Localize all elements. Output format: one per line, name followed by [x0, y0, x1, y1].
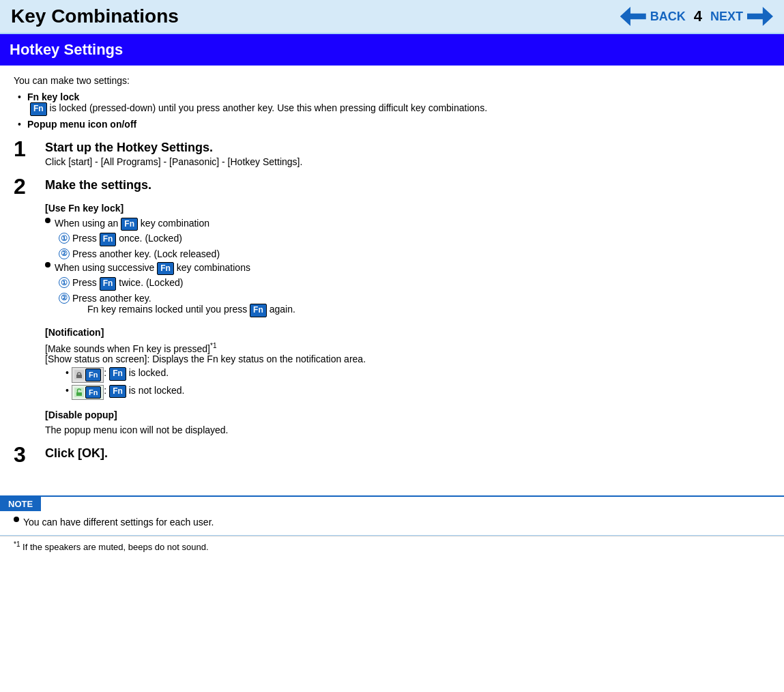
single-combination-text: When using an Fn key combination [55, 218, 209, 231]
step-2: 2 Make the settings. [14, 178, 770, 197]
fn-key-lock-desc: is locked (pressed-down) until you press… [47, 102, 487, 113]
intro-text: You can make two settings: [14, 75, 770, 86]
step-1-title: Start up the Hotkey Settings. [45, 141, 770, 155]
notification-label: [Notification] [45, 327, 770, 338]
circle-4: ② [59, 293, 70, 304]
step-1: 1 Start up the Hotkey Settings. Click [s… [14, 141, 770, 167]
next-arrow-icon[interactable] [747, 7, 773, 26]
navigation-controls: BACK 4 NEXT [620, 7, 773, 26]
disable-popup-label: [Disable popup] [45, 409, 770, 420]
fn-unlocked-icon: Fn [72, 385, 104, 400]
circle-2: ② [59, 248, 70, 259]
step-2-content: Make the settings. [45, 178, 770, 194]
footnote-text: If the speakers are muted, beeps do not … [23, 542, 208, 552]
svg-rect-4 [76, 392, 82, 396]
fn-key-lock-badge: Fn [30, 102, 47, 113]
step2-press-once-text: Press Fn once. (Locked) [72, 233, 182, 246]
bullet-popup-menu: Popup menu icon on/off [27, 119, 770, 130]
status-icons-list: • Fn : Fn is locked. • [66, 367, 770, 400]
step-2-subsection: [Use Fn key lock] When using an Fn key c… [45, 203, 770, 435]
main-content: You can make two settings: Fn key lock F… [0, 66, 784, 485]
back-label[interactable]: BACK [650, 10, 686, 24]
step-1-number: 1 [14, 138, 34, 160]
step2b-press-twice-text: Press Fn twice. (Locked) [72, 277, 183, 291]
bullet-dot-1 [45, 218, 50, 223]
note-text-line: You can have different settings for each… [14, 517, 770, 528]
step-3-number: 3 [14, 444, 34, 465]
step2-press-once: ① Press Fn once. (Locked) [59, 233, 770, 246]
bullet-fn-key-lock: Fn key lock Fn is locked (pressed-down) … [27, 91, 770, 116]
note-text: You can have different settings for each… [23, 517, 214, 528]
page-title: Key Combinations [11, 5, 179, 27]
step-1-desc: Click [start] - [All Programs] - [Panaso… [45, 156, 770, 167]
status-unlocked-text: : Fn is not locked. [104, 385, 184, 399]
step-2-number: 2 [14, 175, 34, 197]
note-section: NOTE You can have different settings for… [0, 495, 784, 536]
fn-key-lock-label: Fn key lock [27, 91, 79, 102]
successive-combination-line: When using successive Fn key combination… [45, 262, 770, 276]
popup-menu-label: Popup menu icon on/off [27, 119, 136, 130]
next-label[interactable]: NEXT [710, 10, 743, 24]
notification-section: [Notification] [Make sounds when Fn key … [45, 327, 770, 400]
note-bullet [14, 517, 19, 522]
footnote: *1 If the speakers are muted, beeps do n… [0, 536, 784, 556]
status-locked-text: : Fn is locked. [104, 367, 169, 381]
footnote-ref-1: *1 [210, 342, 216, 349]
bullet-dot-2 [45, 262, 50, 268]
step2b-press-another: ② Press another key. Fn key remains lock… [59, 293, 770, 317]
step-3-title: Click [OK]. [45, 446, 770, 461]
back-arrow-icon[interactable] [620, 7, 646, 26]
successive-combination-text: When using successive Fn key combination… [55, 262, 250, 276]
step-3-content: Click [OK]. [45, 446, 770, 462]
section-heading: Hotkey Settings [0, 34, 784, 66]
step2-press-another-text: Press another key. (Lock released) [72, 248, 220, 259]
note-label: NOTE [0, 497, 41, 511]
circle-3: ① [59, 277, 70, 288]
status-locked-line: • Fn : Fn is locked. [66, 367, 770, 382]
fn-locked-icon: Fn [72, 367, 104, 382]
step-3: 3 Click [OK]. [14, 446, 770, 465]
header: Key Combinations BACK 4 NEXT [0, 0, 784, 34]
step-1-content: Start up the Hotkey Settings. Click [sta… [45, 141, 770, 167]
status-unlocked-line: • Fn : Fn is not locked. [66, 385, 770, 400]
page-number: 4 [694, 8, 702, 25]
circle-1: ① [59, 233, 70, 244]
notification-line2: [Show status on screen]: Displays the Fn… [45, 354, 770, 364]
step2-press-another: ② Press another key. (Lock released) [59, 248, 770, 259]
step-2-title: Make the settings. [45, 178, 770, 192]
notification-line1: [Make sounds when Fn key is pressed]*1 [45, 342, 770, 354]
disable-popup-desc: The popup menu icon will not be displaye… [45, 424, 770, 435]
disable-popup-section: [Disable popup] The popup menu icon will… [45, 409, 770, 435]
footnote-ref: *1 [14, 540, 20, 548]
use-fn-key-lock-label: [Use Fn key lock] [45, 203, 770, 214]
step2b-press-another-text: Press another key. Fn key remains locked… [72, 293, 295, 317]
single-combination-line: When using an Fn key combination [45, 218, 770, 231]
fn-remains-text: Fn key remains locked until you press Fn… [87, 304, 295, 315]
intro-bullet-list: Fn key lock Fn is locked (pressed-down) … [27, 91, 770, 130]
step2b-press-twice: ① Press Fn twice. (Locked) [59, 277, 770, 291]
note-content: You can have different settings for each… [0, 511, 784, 536]
